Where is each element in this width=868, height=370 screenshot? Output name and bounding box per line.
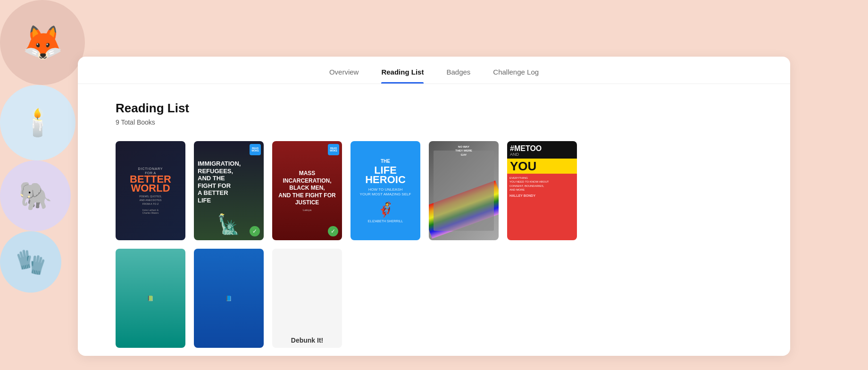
book-dictionary[interactable]: DICTIONARY FOR A BETTERWORLD POEMS, QUOT… [116,141,185,240]
book-metoo[interactable]: #METOO AND YOU EVERYTHINGYOU NEED TO KNO… [507,141,577,240]
read-badge-2: READWOKE [328,144,339,155]
candle-icon: 🕯️ [21,109,54,136]
elephant-icon: 🐘 [18,182,52,210]
book-count: 9 Total Books [116,118,752,126]
book-immigration[interactable]: READWOKE IMMIGRATION,REFUGEES,AND THEFIG… [194,141,264,240]
tab-reading-list[interactable]: Reading List [381,68,424,84]
check-badge-2: ✓ [328,226,338,236]
book-mass-incarceration[interactable]: READWOKE MASSINCARCERATION,BLACK MEN,AND… [272,141,342,240]
candle-decoration: 🕯️ [0,85,75,160]
fox-decoration: 🦊 [0,0,85,85]
check-badge: ✓ [250,226,260,236]
books-row-2: 📗 📘 Debunk It! [116,249,752,348]
elephant-decoration: 🐘 [0,160,71,231]
mitten-decoration: 🧤 [0,231,61,293]
book-blue[interactable]: 📘 [194,249,264,348]
content-area: Reading List 9 Total Books DICTIONARY FO… [78,84,790,356]
book-teal[interactable]: 📗 [116,249,185,348]
books-row-1: DICTIONARY FOR A BETTERWORLD POEMS, QUOT… [116,141,752,240]
fox-icon: 🦊 [22,26,63,59]
tab-challenge-log[interactable]: Challenge Log [493,68,539,84]
read-badge: READWOKE [250,144,261,155]
main-card: Overview Reading List Badges Challenge L… [78,57,790,356]
book-rainbow[interactable]: NO WAYTHEY WEREGAY [429,141,499,240]
book-debunk[interactable]: Debunk It! [272,249,342,348]
tab-overview[interactable]: Overview [329,68,359,84]
nav-tabs: Overview Reading List Badges Challenge L… [78,57,790,84]
page-title: Reading List [116,101,752,116]
tab-badges[interactable]: Badges [446,68,470,84]
book-life-heroic[interactable]: THE LIFEHEROIC HOW TO UNLEASHYOUR MOST A… [351,141,420,240]
mitten-icon: 🧤 [16,250,46,274]
debunk-title: Debunk It! [291,336,323,344]
